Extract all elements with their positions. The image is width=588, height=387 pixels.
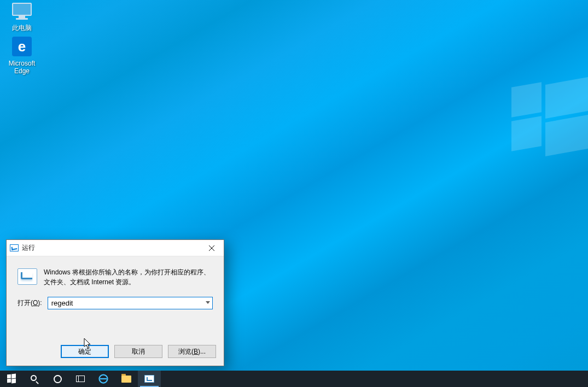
cortana-icon [54, 375, 62, 383]
run-large-icon [18, 268, 37, 285]
window-title: 运行 [22, 243, 199, 253]
monitor-icon [11, 0, 33, 22]
open-input[interactable] [48, 297, 201, 309]
desktop-icon-label: Microsoft Edge [0, 60, 44, 75]
desktop[interactable]: 此电脑 e Microsoft Edge 运行 Windows 将根据你所输入的… [0, 0, 588, 387]
cortana-button[interactable] [46, 371, 69, 387]
edge-taskbar[interactable] [92, 371, 115, 387]
taskbar [0, 371, 588, 387]
open-label: 打开(O): [18, 298, 42, 308]
folder-icon [121, 376, 131, 383]
run-icon [10, 244, 19, 251]
desktop-icon-label: 此电脑 [0, 24, 44, 32]
run-icon [144, 375, 154, 383]
run-taskbar[interactable] [138, 371, 161, 387]
edge-icon [98, 374, 108, 384]
desktop-icon-this-pc[interactable]: 此电脑 [0, 0, 44, 32]
windows-logo-icon [7, 374, 16, 383]
desktop-icon-edge[interactable]: e Microsoft Edge [0, 36, 44, 75]
explorer-taskbar[interactable] [115, 371, 138, 387]
search-button[interactable] [23, 371, 46, 387]
titlebar[interactable]: 运行 [7, 240, 224, 256]
edge-icon: e [11, 36, 33, 57]
close-icon [209, 245, 214, 251]
task-view-icon [76, 376, 85, 382]
taskview-button[interactable] [69, 371, 92, 387]
search-icon [31, 375, 39, 383]
close-button[interactable] [199, 240, 224, 256]
run-description: Windows 将根据你所输入的名称，为你打开相应的程序、文件夹、文档或 Int… [44, 267, 213, 287]
cancel-button[interactable]: 取消 [114, 345, 162, 358]
open-combobox[interactable] [48, 297, 213, 309]
start-button[interactable] [0, 371, 23, 387]
run-dialog: 运行 Windows 将根据你所输入的名称，为你打开相应的程序、文件夹、文档或 … [6, 239, 224, 366]
wallpaper-windows-logo [511, 85, 588, 221]
browse-button[interactable]: 浏览(B)... [168, 345, 216, 358]
chevron-down-icon[interactable] [206, 301, 210, 304]
ok-button[interactable]: 确定 [61, 345, 109, 358]
